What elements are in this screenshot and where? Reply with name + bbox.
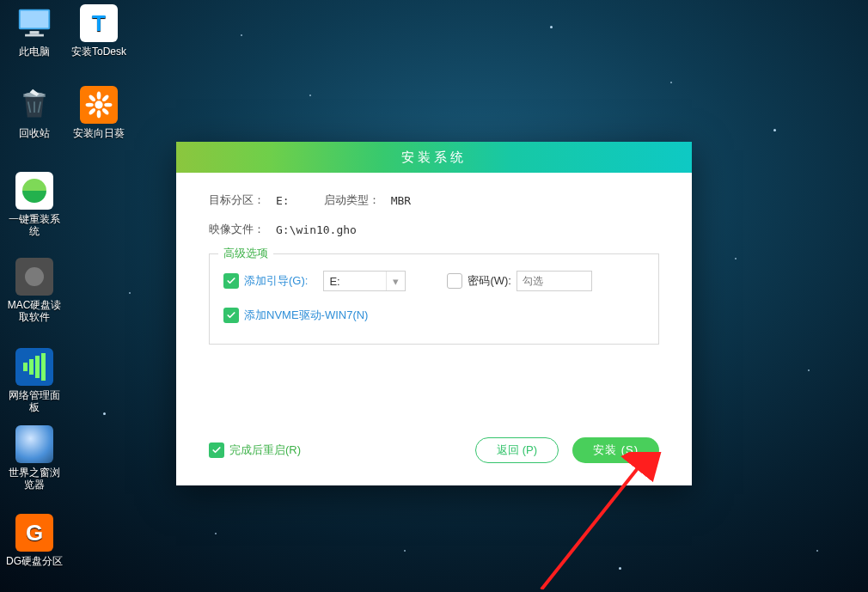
svg-rect-3 <box>25 34 44 37</box>
icon-label: 一键重装系统 <box>4 213 64 237</box>
svg-point-5 <box>95 101 102 108</box>
install-button[interactable]: 安装 (S) <box>572 437 659 463</box>
password-label: 密码(W): <box>468 273 511 289</box>
svg-point-13 <box>101 107 110 116</box>
desktop-icon-reinstall[interactable]: 一键重装系统 <box>4 172 64 237</box>
desktop-icon-dg[interactable]: G DG硬盘分区 <box>4 514 64 567</box>
dialog-footer: 完成后重启(R) 返回 (P) 安装 (S) <box>209 437 659 463</box>
reinstall-icon <box>15 172 53 210</box>
advanced-options-title: 高级选项 <box>218 246 273 261</box>
icon-label: 安装向日葵 <box>69 127 129 139</box>
icon-label: DG硬盘分区 <box>4 555 64 567</box>
nvme-label: 添加NVME驱动-WIN7(N) <box>244 308 368 323</box>
svg-point-12 <box>88 107 96 116</box>
icon-label: 回收站 <box>4 127 64 139</box>
dg-icon: G <box>15 514 53 552</box>
password-checkbox[interactable] <box>447 273 462 289</box>
svg-point-9 <box>104 103 112 107</box>
icon-label: 此电脑 <box>4 46 64 58</box>
restart-label: 完成后重启(R) <box>229 442 301 458</box>
add-boot-drive-value: E: <box>329 275 339 288</box>
desktop-icon-browser[interactable]: 世界之窗浏览器 <box>4 425 64 491</box>
desktop-icon-this-pc[interactable]: 此电脑 <box>4 4 64 58</box>
svg-point-6 <box>97 92 101 100</box>
chevron-down-icon: ▾ <box>386 272 405 290</box>
boot-type-value: MBR <box>391 194 411 207</box>
restart-checkbox[interactable] <box>209 442 224 458</box>
add-boot-drive-select[interactable]: E: ▾ <box>323 271 406 291</box>
target-partition-label: 目标分区： <box>209 192 276 208</box>
desktop-icon-recycle-bin[interactable]: 回收站 <box>4 86 64 139</box>
icon-label: 世界之窗浏览器 <box>4 467 64 491</box>
desktop-icon-todesk[interactable]: T 安装ToDesk <box>69 4 129 58</box>
globe-icon <box>15 425 53 463</box>
boot-type-label: 启动类型： <box>324 192 391 208</box>
hdd-icon <box>15 258 53 296</box>
dialog-title: 安装系统 <box>176 142 692 173</box>
dialog-body: 目标分区： E: 启动类型： MBR 映像文件： G:\win10.gho 高级… <box>176 173 692 345</box>
advanced-options-box: 高级选项 添加引导(G): E: ▾ 密码(W): 添加NVME驱动-WI <box>209 253 659 345</box>
svg-point-10 <box>88 94 96 102</box>
sunflower-icon <box>80 86 118 124</box>
svg-rect-2 <box>30 31 40 34</box>
icon-label: 安装ToDesk <box>69 46 129 58</box>
recycle-bin-icon <box>15 86 53 124</box>
check-icon <box>226 276 236 286</box>
password-input[interactable] <box>517 271 592 291</box>
target-partition-value: E: <box>276 194 290 207</box>
add-boot-label: 添加引导(G): <box>244 273 308 289</box>
network-panel-icon <box>15 348 53 386</box>
svg-point-8 <box>86 103 94 107</box>
image-file-value: G:\win10.gho <box>276 223 357 236</box>
desktop-icon-sunflower[interactable]: 安装向日葵 <box>69 86 129 139</box>
image-file-label: 映像文件： <box>209 222 276 237</box>
add-boot-checkbox[interactable] <box>223 273 239 289</box>
back-button-label: 返回 (P) <box>497 442 537 458</box>
svg-point-7 <box>97 110 101 118</box>
todesk-icon: T <box>80 4 118 42</box>
install-button-label: 安装 (S) <box>593 442 639 458</box>
svg-rect-1 <box>21 10 49 27</box>
icon-label: MAC硬盘读取软件 <box>4 299 64 323</box>
icon-label: 网络管理面板 <box>4 389 64 413</box>
desktop-icon-net-panel[interactable]: 网络管理面板 <box>4 348 64 413</box>
nvme-checkbox[interactable] <box>223 308 239 323</box>
back-button[interactable]: 返回 (P) <box>475 437 559 463</box>
check-icon <box>211 445 222 455</box>
desktop-icon-mac-hdd[interactable]: MAC硬盘读取软件 <box>4 258 64 323</box>
monitor-icon <box>15 4 53 42</box>
install-dialog: 安装系统 目标分区： E: 启动类型： MBR 映像文件： G:\win10.g… <box>176 142 692 485</box>
check-icon <box>226 310 236 320</box>
svg-point-11 <box>101 94 110 102</box>
